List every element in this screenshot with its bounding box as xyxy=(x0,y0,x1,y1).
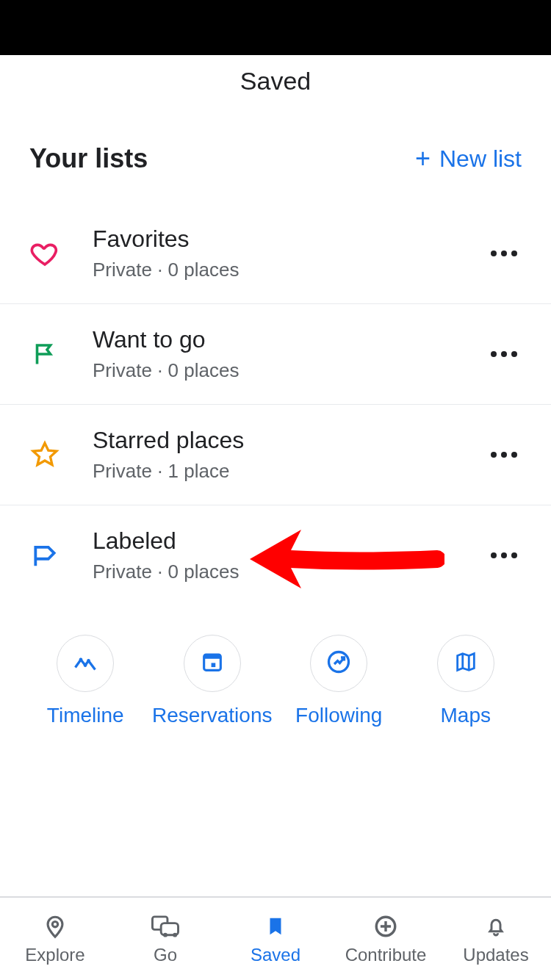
timeline-icon xyxy=(72,649,98,678)
maps-icon xyxy=(453,649,478,677)
svg-point-7 xyxy=(52,921,57,926)
list-item-labeled[interactable]: Labeled Private · 0 places xyxy=(0,505,551,605)
svg-point-10 xyxy=(163,933,168,937)
tab-label: Explore xyxy=(25,945,84,965)
plus-icon: + xyxy=(415,145,431,172)
svg-point-1 xyxy=(84,663,87,667)
svg-point-0 xyxy=(79,658,83,662)
heart-icon xyxy=(29,238,60,269)
flag-icon xyxy=(29,339,60,370)
svg-point-2 xyxy=(87,659,90,663)
quick-maps[interactable]: Maps xyxy=(403,635,528,727)
quick-label: Following xyxy=(295,704,382,727)
tab-label: Go xyxy=(154,945,177,965)
list-subtext: Private · 0 places xyxy=(93,561,486,583)
header: Saved xyxy=(0,55,551,107)
tab-updates[interactable]: Updates xyxy=(441,898,551,980)
bookmark-icon xyxy=(262,912,289,940)
section-title: Your lists xyxy=(29,143,148,174)
star-icon xyxy=(29,439,60,470)
status-bar xyxy=(0,0,551,55)
more-button[interactable] xyxy=(486,552,522,558)
section-header: Your lists + New list xyxy=(0,107,551,196)
new-list-label: New list xyxy=(439,145,522,173)
svg-rect-4 xyxy=(204,655,220,659)
quick-timeline[interactable]: Timeline xyxy=(23,635,148,727)
tab-saved[interactable]: Saved xyxy=(220,898,331,980)
more-button[interactable] xyxy=(486,251,522,256)
commute-icon xyxy=(151,912,179,940)
list-item-starred[interactable]: Starred places Private · 1 place xyxy=(0,405,551,505)
more-button[interactable] xyxy=(486,351,522,357)
list-item-want-to-go[interactable]: Want to go Private · 0 places xyxy=(0,304,551,405)
more-icon xyxy=(491,351,517,357)
lists-container: Favorites Private · 0 places Want to go … xyxy=(0,196,551,605)
tab-contribute[interactable]: Contribute xyxy=(331,898,441,980)
following-icon xyxy=(325,649,352,678)
pin-icon xyxy=(41,912,69,940)
tab-label: Contribute xyxy=(345,945,427,965)
more-button[interactable] xyxy=(486,452,522,458)
tab-label: Updates xyxy=(463,945,528,965)
more-icon xyxy=(491,452,517,458)
calendar-icon xyxy=(200,649,225,677)
list-item-favorites[interactable]: Favorites Private · 0 places xyxy=(0,196,551,304)
quick-label: Reservations xyxy=(152,704,272,727)
list-name: Starred places xyxy=(93,427,486,454)
quick-label: Maps xyxy=(441,704,491,727)
list-subtext: Private · 0 places xyxy=(93,259,486,281)
tab-bar: Explore Go Saved Contribute Updates xyxy=(0,896,551,980)
add-circle-icon xyxy=(372,912,400,940)
more-icon xyxy=(491,552,517,558)
list-name: Want to go xyxy=(93,326,486,353)
tab-explore[interactable]: Explore xyxy=(0,898,110,980)
quick-following[interactable]: Following xyxy=(276,635,401,727)
svg-point-11 xyxy=(173,933,177,937)
bell-icon xyxy=(482,912,510,940)
svg-rect-5 xyxy=(211,663,215,667)
quick-links: Timeline Reservations Following Maps xyxy=(0,605,551,727)
list-name: Favorites xyxy=(93,226,486,253)
quick-reservations[interactable]: Reservations xyxy=(150,635,275,727)
more-icon xyxy=(491,251,517,256)
tab-go[interactable]: Go xyxy=(110,898,220,980)
label-icon xyxy=(29,540,60,571)
list-subtext: Private · 1 place xyxy=(93,460,486,483)
list-subtext: Private · 0 places xyxy=(93,359,486,382)
quick-label: Timeline xyxy=(47,704,124,727)
page-title: Saved xyxy=(240,67,311,96)
tab-label: Saved xyxy=(251,945,300,965)
list-name: Labeled xyxy=(93,527,486,555)
new-list-button[interactable]: + New list xyxy=(415,145,522,173)
